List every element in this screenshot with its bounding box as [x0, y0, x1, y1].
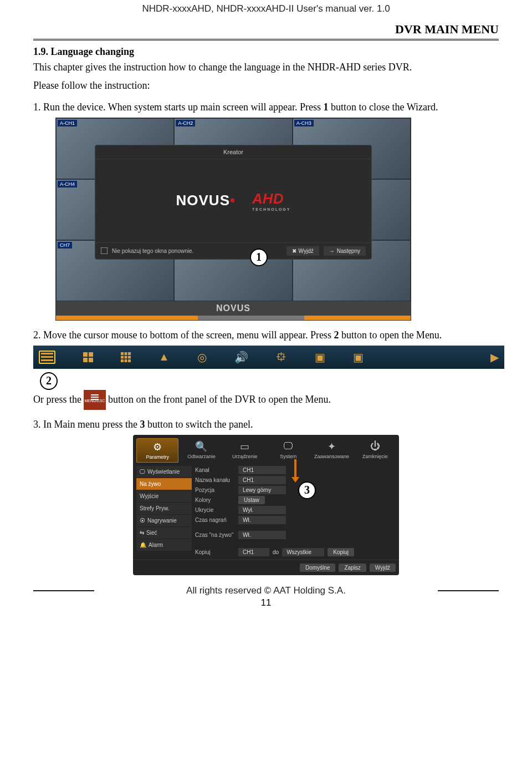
num2-icon[interactable]: ▣ [353, 351, 364, 364]
sidebar-item-strefy[interactable]: Strefy Pryw. [136, 503, 192, 514]
svg-rect-3 [83, 352, 88, 357]
val-kanal[interactable]: CH1 [238, 466, 286, 474]
search-icon: 🔍 [193, 440, 209, 453]
svg-rect-11 [125, 356, 127, 358]
lbl-kopiuj: Kopiuj [195, 549, 235, 555]
or-press-line: Or press the MENU/ESC button on the fron… [33, 390, 499, 410]
val-pozycja[interactable]: Lewy górny [238, 486, 286, 494]
svg-rect-8 [125, 352, 127, 355]
ahd-logo: AHDTECHNOLOGY [252, 190, 290, 211]
svg-rect-5 [83, 358, 88, 362]
exit-button[interactable]: ✖ Wyjdź [287, 246, 319, 256]
sidebar-item-wyswietlanie[interactable]: 🖵 Wyświetlanie [136, 466, 192, 478]
lbl-czas-zywo: Czas "na żywo" [195, 532, 235, 538]
lbl-kanal: Kanał [195, 467, 235, 473]
btn-wyjdz[interactable]: Wyjdź [370, 564, 396, 572]
sidebar-item-alarm[interactable]: 🔔 Alarm [136, 539, 192, 551]
cam-label: A-CH4 [58, 181, 77, 187]
divider [33, 39, 499, 40]
subsection-heading: 1.9. Language changing [33, 46, 499, 58]
menu-icon[interactable] [39, 351, 55, 364]
lbl-nazwa: Nazwa kanału [195, 477, 235, 483]
next-button[interactable]: → Następny [324, 246, 366, 256]
cam-label: A-CH3 [294, 120, 314, 126]
intro-text-1: This chapter gives the instruction how t… [33, 61, 499, 74]
lbl-czas-nagran: Czas nagrań [195, 517, 235, 523]
power-icon: ⏻ [367, 440, 383, 453]
menu-esc-button[interactable]: MENU/ESC [84, 390, 106, 410]
val-czas-nagran[interactable]: Wł. [238, 516, 286, 524]
speaker-icon[interactable]: 🔊 [234, 351, 248, 364]
sidebar-item-wyjscie[interactable]: Wyjście [136, 490, 192, 502]
tab-zamkniecie[interactable]: ⏻Zamknięcie [355, 438, 396, 463]
gear-icon: ⚙ [150, 441, 165, 453]
btn-ustaw[interactable]: Ustaw [238, 496, 265, 504]
btn-kopiuj[interactable]: Kopiuj [328, 548, 354, 556]
svg-rect-15 [128, 359, 131, 362]
checkbox-dont-show[interactable] [101, 247, 108, 254]
target-icon[interactable]: ◎ [197, 351, 207, 364]
step-1-text: 1. Run the device. When system starts up… [33, 102, 499, 113]
cam-label: CH7 [58, 242, 72, 248]
section-title: DVR MAIN MENU [395, 22, 499, 37]
novus-logo: NOVUS• [176, 192, 236, 209]
bottom-toolbar: ▲ ◎ 🔊 ⯐ ▣ ▣ ▶ 2 [33, 346, 504, 369]
lbl-ukrycie: Ukrycie [195, 507, 235, 513]
num1-icon[interactable]: ▣ [315, 351, 325, 364]
screenshot-wizard: 01/20/2015 15:48:33 A-CH1 A-CH2 A-CH3 A-… [55, 118, 411, 321]
svg-rect-0 [41, 353, 53, 354]
svg-rect-2 [41, 359, 53, 361]
footer-rule-left [33, 590, 94, 591]
grid4-icon[interactable] [83, 352, 93, 362]
val-ukrycie[interactable]: Wył. [238, 506, 286, 514]
wizard-dialog: Kreator NOVUS• AHDTECHNOLOGY Nie pokazuj… [95, 145, 372, 260]
up-icon[interactable]: ▲ [158, 351, 170, 363]
intro-text-2: Please follow the instruction: [33, 79, 499, 92]
tab-parametry[interactable]: ⚙Parametry [136, 438, 178, 463]
cam-label: A-CH1 [58, 120, 77, 126]
footer-text: All rights reserved © AAT Holding S.A. [101, 585, 431, 596]
svg-rect-4 [89, 352, 93, 357]
svg-rect-7 [121, 352, 124, 355]
tab-odtwarzanie[interactable]: 🔍Odtwarzanie [181, 438, 222, 463]
svg-rect-10 [121, 356, 124, 358]
screenshot-main-menu: ⚙Parametry 🔍Odtwarzanie ▭Urządzenie 🖵Sys… [133, 435, 399, 575]
monitor-icon: 🖵 [280, 440, 296, 453]
svg-rect-13 [121, 359, 124, 362]
callout-3: 3 [298, 481, 316, 499]
sidebar-item-nagrywanie[interactable]: ⦿ Nagrywanie [136, 515, 192, 526]
svg-rect-14 [125, 359, 127, 362]
wizard-title: Kreator [95, 145, 371, 159]
callout-2: 2 [40, 372, 58, 390]
val-kopiuj-from[interactable]: CH1 [238, 548, 269, 556]
btn-zapisz[interactable]: Zapisz [339, 564, 366, 572]
val-czas-zywo[interactable]: Wł. [238, 531, 286, 539]
step-2-text: 2. Move the cursor mouse to bottom of th… [33, 329, 499, 341]
tab-zaawansowane[interactable]: ✦Zaawansowane [311, 438, 352, 463]
sidebar-item-nazywo[interactable]: Na żywo [136, 478, 192, 490]
sidebar-item-siec[interactable]: ⇆ Sieć [136, 527, 192, 539]
progress-bar [56, 316, 411, 320]
svg-rect-12 [128, 356, 131, 358]
svg-rect-9 [128, 352, 131, 355]
drive-icon: ▭ [237, 440, 253, 453]
btn-domyslne[interactable]: Domyślne [300, 564, 335, 572]
novus-footer-logo: NOVUS [56, 301, 411, 316]
lbl-do: do [273, 549, 279, 555]
footer-rule-right [438, 590, 499, 591]
val-kopiuj-to[interactable]: Wszystkie [282, 548, 324, 556]
checkbox-label: Nie pokazuj tego okna ponownie. [112, 248, 193, 254]
svg-rect-1 [41, 356, 53, 358]
tab-urzadzenie[interactable]: ▭Urządzenie [224, 438, 265, 463]
val-nazwa[interactable]: CH1 [238, 476, 286, 484]
callout-1: 1 [250, 248, 268, 266]
pin-icon[interactable]: ⯐ [276, 351, 287, 363]
tools-icon: ✦ [324, 440, 339, 453]
grid9-icon[interactable] [121, 352, 131, 362]
lbl-kolory: Kolory [195, 497, 235, 503]
svg-rect-6 [89, 358, 93, 362]
page-header: NHDR-xxxxAHD, NHDR-xxxxAHD-II User's man… [33, 0, 499, 22]
cam-label: A-CH2 [176, 120, 195, 126]
play-icon[interactable]: ▶ [490, 351, 499, 364]
page-number: 11 [33, 597, 499, 608]
